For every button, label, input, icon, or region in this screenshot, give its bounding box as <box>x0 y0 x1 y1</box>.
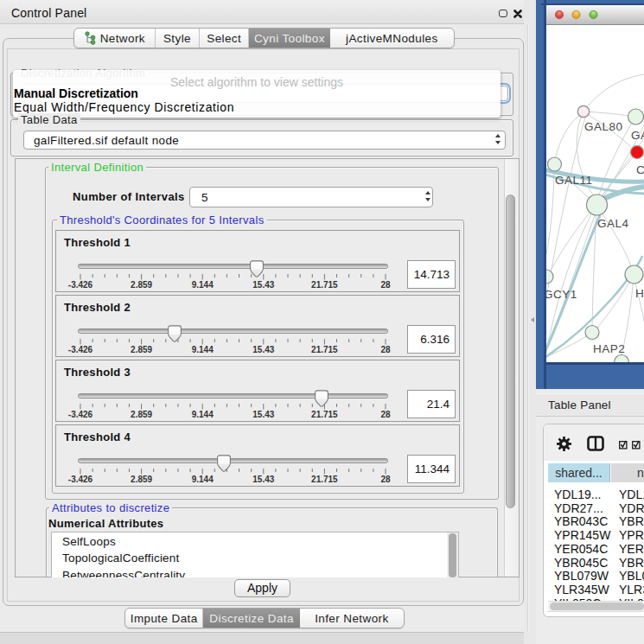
svg-text:GAL4: GAL4 <box>597 217 629 230</box>
svg-text:C: C <box>636 163 644 176</box>
svg-text:H: H <box>635 287 644 300</box>
svg-text:GCY1: GCY1 <box>546 288 577 301</box>
svg-text:GAL80: GAL80 <box>584 120 623 133</box>
svg-text:GAL11: GAL11 <box>555 174 593 187</box>
svg-text:HAP2: HAP2 <box>593 342 625 355</box>
svg-text:GA: GA <box>631 129 644 142</box>
